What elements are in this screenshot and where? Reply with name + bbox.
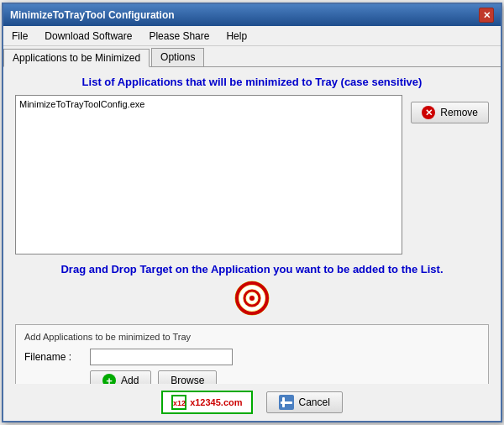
filename-label: Filename :: [24, 351, 83, 363]
filename-input[interactable]: [90, 349, 233, 365]
title-bar: MinimizeToTrayTool Configuration ✕: [3, 4, 501, 26]
list-title: List of Applications that will be minimi…: [15, 76, 489, 88]
drag-section: Drag and Drop Target on the Application …: [15, 263, 489, 316]
menu-file[interactable]: File: [7, 29, 33, 44]
filename-row: Filename :: [24, 349, 480, 365]
cancel-label: Cancel: [299, 396, 330, 408]
tabs-bar: Applications to be Minimized Options: [3, 46, 501, 67]
footer: x12 x12345.com Cancel: [3, 384, 501, 421]
main-area: MinimizeToTrayToolConfig.exe ✕ Remove: [15, 95, 489, 254]
ok-icon: x12: [171, 395, 186, 410]
cancel-icon: [279, 395, 294, 410]
add-label: Add: [121, 375, 139, 384]
add-icon: +: [102, 374, 116, 384]
add-section: Add Applications to be minimized to Tray…: [15, 324, 489, 384]
menu-help[interactable]: Help: [221, 29, 252, 44]
cancel-button[interactable]: Cancel: [266, 391, 343, 413]
ok-watermark-text: x12345.com: [190, 397, 242, 407]
close-button[interactable]: ✕: [479, 8, 494, 23]
drag-target-icon[interactable]: [234, 281, 270, 316]
app-list-entry: MinimizeToTrayToolConfig.exe: [19, 99, 398, 109]
tab-options[interactable]: Options: [151, 48, 204, 66]
remove-label: Remove: [440, 107, 478, 118]
remove-button[interactable]: ✕ Remove: [411, 102, 489, 123]
add-section-title: Add Applications to be minimized to Tray: [24, 332, 480, 342]
buttons-row: + Add Browse: [90, 370, 480, 384]
browse-button[interactable]: Browse: [158, 370, 217, 384]
svg-rect-11: [282, 397, 285, 407]
drag-text: Drag and Drop Target on the Application …: [15, 263, 489, 275]
app-list-box[interactable]: MinimizeToTrayToolConfig.exe: [15, 95, 402, 254]
menu-please-share[interactable]: Please Share: [144, 29, 214, 44]
window-title: MinimizeToTrayTool Configuration: [10, 9, 175, 21]
tab-applications[interactable]: Applications to be Minimized: [3, 49, 150, 67]
main-window: MinimizeToTrayTool Configuration ✕ File …: [2, 3, 502, 422]
svg-text:x12: x12: [173, 399, 186, 407]
menu-bar: File Download Software Please Share Help: [3, 26, 501, 46]
remove-section: ✕ Remove: [411, 95, 489, 254]
add-button[interactable]: + Add: [90, 370, 151, 384]
content-area: List of Applications that will be minimi…: [3, 67, 501, 384]
remove-icon: ✕: [422, 106, 435, 119]
svg-point-5: [249, 296, 255, 301]
ok-button[interactable]: x12 x12345.com: [161, 391, 252, 414]
menu-download-software[interactable]: Download Software: [39, 29, 137, 44]
